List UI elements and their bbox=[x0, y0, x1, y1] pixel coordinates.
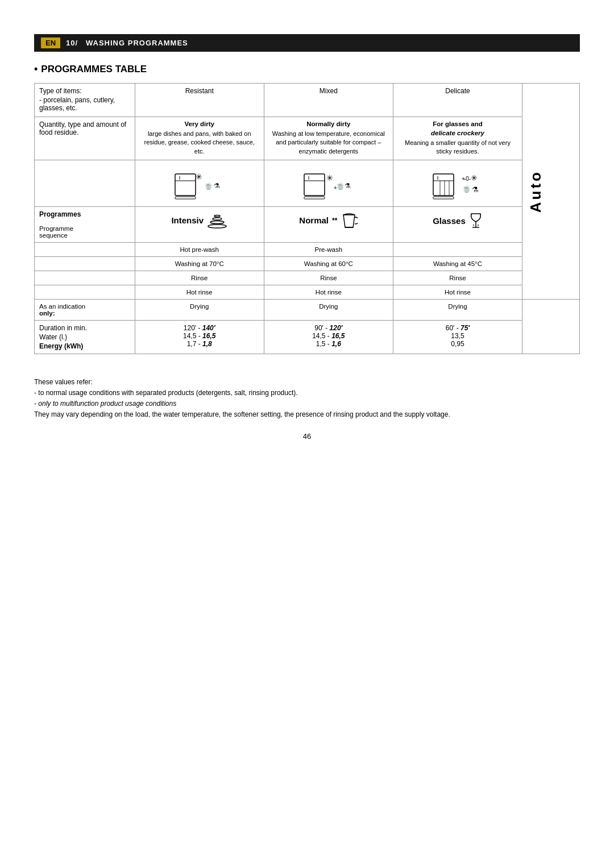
intensiv-drying: Drying bbox=[135, 299, 264, 320]
label-programmes: Programmes Programme sequence bbox=[35, 206, 135, 242]
intensiv-step1: Hot pre-wash bbox=[135, 242, 264, 256]
intensiv-type: Resistant bbox=[135, 84, 264, 117]
label-step1 bbox=[35, 242, 135, 256]
svg-text:⚗: ⚗ bbox=[344, 182, 350, 190]
intensiv-icon-svg: ✳ 🍵 ⚗ bbox=[174, 168, 225, 200]
svg-text:⚗: ⚗ bbox=[472, 185, 479, 194]
indication-label: As an indication only: bbox=[39, 303, 130, 317]
glasses-prog-name: Glasses bbox=[393, 206, 522, 242]
row-icons: ✳ 🍵 ⚗ ✳ + 🍵 bbox=[35, 160, 580, 206]
auto-column: Auto bbox=[522, 84, 580, 300]
normal-type: Mixed bbox=[264, 84, 393, 117]
intensiv-duration: 120' - 140' 14,5 - 16,5 1,7 - 1,8 bbox=[135, 320, 264, 354]
row-step3: Rinse Rinse Rinse bbox=[35, 271, 580, 285]
svg-text:-0-: -0- bbox=[464, 176, 471, 182]
normal-step2: Washing at 60°C bbox=[264, 256, 393, 271]
glasses-glass-icon bbox=[469, 213, 483, 230]
glasses-icons: + -0- ✳ 🍵 ⚗ bbox=[393, 160, 522, 206]
normal-prog-name: Normal ** bbox=[264, 206, 393, 242]
header-bar: EN 10/ WASHING PROGRAMMES bbox=[34, 34, 580, 52]
glasses-duration: 60' - 75' 13,5 0,95 bbox=[393, 320, 522, 354]
normal-name-cell: Normal ** bbox=[269, 210, 388, 231]
svg-text:✳: ✳ bbox=[471, 173, 478, 182]
svg-point-28 bbox=[210, 221, 224, 223]
intensiv-icons: ✳ 🍵 ⚗ bbox=[135, 160, 264, 206]
section-title: 10/ WASHING PROGRAMMES bbox=[66, 39, 188, 47]
bullet-icon: • bbox=[34, 63, 38, 75]
normal-cup-icon bbox=[341, 213, 358, 229]
row-step2: Washing at 70°C Washing at 60°C Washing … bbox=[35, 256, 580, 271]
row-step4: Hot rinse Hot rinse Hot rinse bbox=[35, 285, 580, 299]
glasses-drying: Drying bbox=[393, 299, 522, 320]
svg-text:✳: ✳ bbox=[326, 173, 333, 182]
svg-point-29 bbox=[213, 218, 222, 220]
normal-icon-area: ✳ + 🍵 ⚗ bbox=[269, 164, 388, 203]
row-type-items: Type of items: - porcelain, pans, cutler… bbox=[35, 84, 580, 117]
row-duration: Duration in min. Water (l.) Energy (kWh)… bbox=[35, 320, 580, 354]
svg-text:🍵: 🍵 bbox=[461, 184, 471, 193]
intensiv-name: Intensiv bbox=[171, 215, 204, 225]
normal-dur-energy: 1,5 - 1,6 bbox=[269, 340, 388, 348]
programmes-table: Type of items: - porcelain, pans, cutler… bbox=[34, 83, 580, 354]
normal-dur-min: 90' - 120' bbox=[269, 324, 388, 332]
duration-energy: Energy (kWh) bbox=[39, 342, 130, 350]
glasses-step2: Washing at 45°C bbox=[393, 256, 522, 271]
label-step3 bbox=[35, 271, 135, 285]
svg-text:✳: ✳ bbox=[196, 172, 202, 181]
label-step4 bbox=[35, 285, 135, 299]
glasses-icon-svg: + -0- ✳ 🍵 ⚗ bbox=[432, 168, 483, 200]
duration-water: Water (l.) bbox=[39, 333, 130, 341]
intensiv-step2: Washing at 70°C bbox=[135, 256, 264, 271]
label-type-items: Type of items: - porcelain, pans, cutler… bbox=[35, 84, 135, 117]
glasses-dur-energy: 0,95 bbox=[398, 340, 517, 348]
intensiv-icon-area: ✳ 🍵 ⚗ bbox=[140, 164, 259, 203]
intensiv-dur-min: 120' - 140' bbox=[140, 324, 259, 332]
footer-line4: They may vary depending on the load, the… bbox=[34, 409, 580, 420]
lang-badge: EN bbox=[41, 38, 60, 48]
normal-duration: 90' - 120' 14,5 - 16,5 1,5 - 1,6 bbox=[264, 320, 393, 354]
normal-icons: ✳ + 🍵 ⚗ bbox=[264, 160, 393, 206]
normal-drying: Drying bbox=[264, 299, 393, 320]
svg-point-27 bbox=[208, 225, 226, 228]
type-items-sub: - porcelain, pans, cutlery, glasses, etc… bbox=[39, 96, 130, 112]
programmes-table-wrapper: Type of items: - porcelain, pans, cutler… bbox=[34, 83, 580, 371]
svg-text:⚗: ⚗ bbox=[213, 182, 219, 190]
footer-line3: - only to multifunction product usage co… bbox=[34, 398, 580, 409]
label-quantity: Quantity, type and amount of food residu… bbox=[35, 117, 135, 160]
svg-rect-15 bbox=[433, 174, 454, 196]
svg-point-30 bbox=[214, 215, 220, 217]
intensiv-dish-icon bbox=[207, 213, 227, 229]
svg-rect-12 bbox=[304, 197, 325, 199]
intensiv-name-cell: Intensiv bbox=[140, 210, 259, 231]
svg-rect-21 bbox=[433, 197, 454, 199]
intensiv-dur-energy: 1,7 - 1,8 bbox=[140, 340, 259, 348]
glasses-icon-area: + -0- ✳ 🍵 ⚗ bbox=[398, 164, 517, 203]
glasses-type: Delicate bbox=[393, 84, 522, 117]
glasses-dur-min: 60' - 75' bbox=[398, 324, 517, 332]
svg-rect-7 bbox=[304, 174, 325, 196]
intensiv-dur-water: 14,5 - 16,5 bbox=[140, 332, 259, 340]
normal-dur-water: 14,5 - 16,5 bbox=[269, 332, 388, 340]
normal-step1: Pre-wash bbox=[264, 242, 393, 256]
row-drying: As an indication only: Drying Drying Dry… bbox=[35, 299, 580, 320]
label-duration: Duration in min. Water (l.) Energy (kWh) bbox=[35, 320, 135, 354]
svg-point-35 bbox=[478, 225, 479, 226]
glasses-step1 bbox=[393, 242, 522, 256]
glasses-step4: Hot rinse bbox=[393, 285, 522, 299]
row-step1: Hot pre-wash Pre-wash bbox=[35, 242, 580, 256]
glasses-dirty: For glasses and delicate crockery Meanin… bbox=[393, 117, 522, 160]
normal-step3: Rinse bbox=[264, 271, 393, 285]
glasses-step3: Rinse bbox=[393, 271, 522, 285]
svg-point-34 bbox=[473, 225, 474, 226]
normal-stars: ** bbox=[332, 217, 337, 225]
auto-label: Auto bbox=[527, 167, 545, 216]
row-dirty: Quantity, type and amount of food residu… bbox=[35, 117, 580, 160]
glasses-dur-water: 13,5 bbox=[398, 332, 517, 340]
normal-name: Normal bbox=[299, 215, 329, 225]
intensiv-step3: Rinse bbox=[135, 271, 264, 285]
intensiv-prog-name: Intensiv bbox=[135, 206, 264, 242]
intensiv-step4: Hot rinse bbox=[135, 285, 264, 299]
footer-line2: - to normal usage conditions with separa… bbox=[34, 388, 580, 398]
label-step2 bbox=[35, 256, 135, 271]
duration-main: Duration in min. bbox=[39, 324, 130, 332]
